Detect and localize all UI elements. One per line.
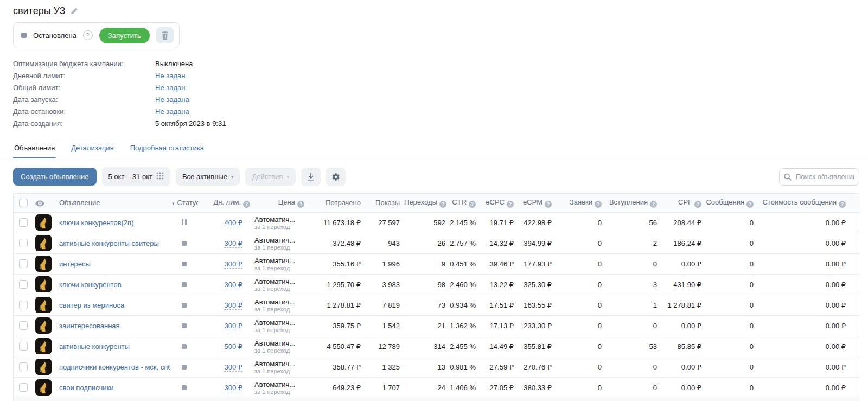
status-filter-dropdown[interactable]: Все активные ▾ xyxy=(176,168,240,186)
create-ad-button[interactable]: Создать объявление xyxy=(13,168,97,186)
info-icon[interactable]: ? xyxy=(839,201,846,208)
cell-messages: 0 xyxy=(704,315,756,336)
daily-limit-link[interactable]: 300 ₽ xyxy=(224,301,242,310)
sort-desc-icon[interactable]: ▾ xyxy=(172,201,175,206)
row-checkbox[interactable] xyxy=(19,259,28,268)
info-icon[interactable]: ? xyxy=(243,201,250,208)
row-checkbox[interactable] xyxy=(19,321,28,330)
info-value: Выключена xyxy=(155,58,193,70)
row-checkbox[interactable] xyxy=(19,342,28,351)
cell-message_cost: 0.00 ₽ xyxy=(756,212,860,233)
price-main: Автоматич... xyxy=(254,277,285,285)
cell-ecpc: 27.05 ₽ xyxy=(478,377,516,398)
daily-limit-link[interactable]: 300 ₽ xyxy=(224,281,242,289)
total-ctr: 1.960 % xyxy=(448,398,478,401)
info-icon[interactable]: ? xyxy=(545,201,552,208)
column-header-price: Цена? xyxy=(252,194,307,212)
column-header-visibility[interactable] xyxy=(33,194,57,212)
tab-detailing[interactable]: Детализация xyxy=(70,142,114,158)
cell-clicks: 26 xyxy=(402,233,448,253)
info-value-link[interactable]: Не задан xyxy=(155,70,185,82)
info-icon[interactable]: ? xyxy=(439,201,446,208)
row-checkbox[interactable] xyxy=(19,362,28,371)
row-checkbox[interactable] xyxy=(19,383,28,392)
cell-price: Автоматич...за 1 переход xyxy=(252,253,307,274)
actions-dropdown[interactable]: Действия ▾ xyxy=(245,168,296,186)
column-label: CPF xyxy=(678,198,692,206)
visibility-eye-icon[interactable] xyxy=(35,199,44,207)
daily-limit-link[interactable]: 300 ₽ xyxy=(224,322,242,330)
info-icon[interactable]: ? xyxy=(507,201,514,208)
ad-thumbnail[interactable] xyxy=(35,256,52,272)
tab-detailed-statistics[interactable]: Подробная статистика xyxy=(129,142,205,158)
ad-name-link[interactable]: интересы xyxy=(59,260,91,268)
ad-name-link[interactable]: активные конкуренты xyxy=(59,342,130,351)
ad-name-link[interactable]: активные конкуренты свитеры xyxy=(59,239,159,247)
total-ecpc: 17.86 ₽ xyxy=(478,398,516,401)
tab-ads[interactable]: Объявления xyxy=(13,142,56,158)
cell-cpf: 208.44 ₽ xyxy=(659,212,704,233)
table-row: активные конкуренты500 ₽Автоматич...за 1… xyxy=(14,336,860,357)
daily-limit-link[interactable]: 300 ₽ xyxy=(224,260,242,269)
row-checkbox[interactable] xyxy=(19,301,28,309)
ad-thumbnail[interactable] xyxy=(35,338,52,354)
edit-title-icon[interactable] xyxy=(70,7,78,15)
info-icon[interactable]: ? xyxy=(650,201,657,208)
ad-name-link[interactable]: ключи конкурентов xyxy=(59,281,122,289)
daily-limit-link[interactable]: 400 ₽ xyxy=(224,219,242,227)
info-label: Общий лимит: xyxy=(13,82,155,94)
ad-name-link[interactable]: заинтересованная xyxy=(59,322,120,330)
ad-thumbnail[interactable] xyxy=(35,276,52,292)
info-icon[interactable]: ? xyxy=(469,201,476,208)
cell-price: Автоматич...за 1 переход xyxy=(252,233,307,253)
column-label: Вступления xyxy=(609,198,648,206)
status-help-icon[interactable]: ? xyxy=(83,30,93,40)
ad-name-link[interactable]: ключи конкурентов(2п) xyxy=(59,219,133,227)
ad-thumbnail[interactable] xyxy=(35,297,52,313)
info-icon[interactable]: ? xyxy=(746,201,754,208)
calendar-grid-icon xyxy=(156,172,164,181)
ad-thumbnail[interactable] xyxy=(35,235,52,251)
cell-messages: 0 xyxy=(704,233,756,253)
daily-limit-link[interactable]: 500 ₽ xyxy=(224,342,242,351)
cell-shows: 1 542 xyxy=(363,315,402,336)
export-download-button[interactable] xyxy=(301,168,321,186)
daily-limit-link[interactable]: 300 ₽ xyxy=(224,363,242,372)
daily-limit-link[interactable]: 300 ₽ xyxy=(224,239,242,248)
ad-thumbnail[interactable] xyxy=(35,379,52,396)
delete-campaign-button[interactable] xyxy=(156,27,174,43)
cell-leads: 0 xyxy=(554,357,604,377)
table-settings-gear-button[interactable] xyxy=(326,168,346,186)
daily-limit-link[interactable]: 300 ₽ xyxy=(224,384,242,392)
campaign-page: свитеры УЗ Остановлена ? Запустить Оптим… xyxy=(0,0,868,401)
column-header-status[interactable]: ▾Статус xyxy=(170,194,198,212)
price-sub: за 1 переход xyxy=(254,389,285,395)
info-value-link[interactable]: Не задан xyxy=(155,82,185,94)
info-value-link[interactable]: Не задана xyxy=(155,106,189,118)
cell-spent: 11 673.18 ₽ xyxy=(307,212,363,233)
ad-thumbnail[interactable] xyxy=(35,214,52,231)
ad-name-link[interactable]: подписчики конкурентов - мск, спб xyxy=(59,363,170,371)
select-all-checkbox[interactable] xyxy=(19,199,28,207)
stopped-status-icon xyxy=(182,323,187,328)
chevron-down-icon: ▾ xyxy=(231,174,234,180)
date-range-label: 5 окт – 31 окт xyxy=(108,173,152,181)
stopped-status-icon xyxy=(182,385,187,390)
info-value-link[interactable]: Не задана xyxy=(155,94,189,106)
row-checkbox[interactable] xyxy=(19,218,28,227)
cell-clicks: 592 xyxy=(402,212,448,233)
ad-name-link[interactable]: свои подписчики xyxy=(59,384,114,392)
info-icon[interactable]: ? xyxy=(595,201,602,208)
start-campaign-button[interactable]: Запустить xyxy=(99,28,150,43)
info-icon[interactable]: ? xyxy=(297,201,304,208)
info-icon[interactable]: ? xyxy=(694,201,701,208)
info-label: Оптимизация бюджета кампании: xyxy=(13,58,155,70)
ad-thumbnail[interactable] xyxy=(35,359,52,375)
ad-name-link[interactable]: свитер из мериноса xyxy=(59,301,124,309)
date-range-button[interactable]: 5 окт – 31 окт xyxy=(102,167,170,186)
cell-ctr: 0.934 % xyxy=(448,295,478,315)
row-checkbox[interactable] xyxy=(19,239,28,247)
row-checkbox[interactable] xyxy=(19,280,28,289)
ad-thumbnail[interactable] xyxy=(35,317,52,334)
cell-shows: 1 707 xyxy=(363,377,402,398)
